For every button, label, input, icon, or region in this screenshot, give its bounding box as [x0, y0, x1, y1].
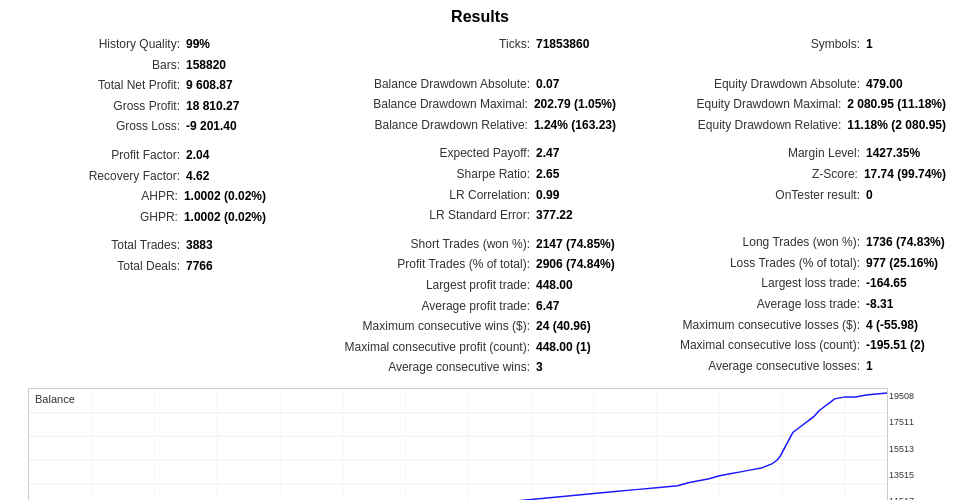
gross-loss-row: Gross Loss: -9 201.40 [10, 116, 270, 137]
y-axis-labels: 19508 17511 15513 13515 11517 9519 [889, 389, 929, 500]
y-label-4: 13515 [889, 470, 929, 480]
bd-absolute-row: Balance Drawdown Absolute: 0.07 [300, 74, 620, 95]
z-score-row: Z-Score: 17.74 (99.74%) [650, 164, 950, 185]
short-trades-row: Short Trades (won %): 2147 (74.85%) [300, 234, 620, 255]
y-label-5: 11517 [889, 496, 929, 500]
bd-relative-row: Balance Drawdown Relative: 1.24% (163.23… [300, 115, 620, 136]
col3: Symbols: 1 Equity Drawdown Absolute: 479… [650, 34, 950, 378]
ed-maximal-row: Equity Drawdown Maximal: 2 080.95 (11.18… [650, 94, 950, 115]
total-trades-row: Total Trades: 3883 [10, 235, 270, 256]
maximal-consec-profit-row: Maximal consecutive profit (count): 448.… [300, 337, 620, 358]
ticks-row: Ticks: 71853860 [300, 34, 620, 55]
chart-wrapper: Balance [18, 382, 942, 500]
loss-trades-row: Loss Trades (% of total): 977 (25.16%) [650, 253, 950, 274]
max-consec-losses-row: Maximum consecutive losses ($): 4 (-55.9… [650, 315, 950, 336]
lr-correlation-row: LR Correlation: 0.99 [300, 185, 620, 206]
avg-consec-wins-row: Average consecutive wins: 3 [300, 357, 620, 378]
bd-maximal-row: Balance Drawdown Maximal: 202.79 (1.05%) [300, 94, 620, 115]
y-label-2: 17511 [889, 417, 929, 427]
long-trades-row: Long Trades (won %): 1736 (74.83%) [650, 232, 950, 253]
recovery-factor-row: Recovery Factor: 4.62 [10, 166, 270, 187]
profit-trades-row: Profit Trades (% of total): 2906 (74.84%… [300, 254, 620, 275]
sharpe-ratio-row: Sharpe Ratio: 2.65 [300, 164, 620, 185]
chart-svg [29, 389, 887, 500]
ed-absolute-row: Equity Drawdown Absolute: 479.00 [650, 74, 950, 95]
avg-consec-losses-row: Average consecutive losses: 1 [650, 356, 950, 377]
col1: History Quality: 99% Bars: 158820 Total … [10, 34, 270, 378]
ahpr-row: AHPR: 1.0002 (0.02%) [10, 186, 270, 207]
gross-profit-row: Gross Profit: 18 810.27 [10, 96, 270, 117]
max-consec-wins-row: Maximum consecutive wins ($): 24 (40.96) [300, 316, 620, 337]
ghpr-row: GHPR: 1.0002 (0.02%) [10, 207, 270, 228]
page-title: Results [10, 8, 950, 26]
symbols-row: Symbols: 1 [650, 34, 950, 55]
stats-section: History Quality: 99% Bars: 158820 Total … [10, 34, 950, 378]
maximal-consec-loss-row: Maximal consecutive loss (count): -195.5… [650, 335, 950, 356]
ed-relative-row: Equity Drawdown Relative: 11.18% (2 080.… [650, 115, 950, 136]
history-quality-row: History Quality: 99% [10, 34, 270, 55]
lr-std-error-row: LR Standard Error: 377.22 [300, 205, 620, 226]
total-deals-row: Total Deals: 7766 [10, 256, 270, 277]
col2: Ticks: 71853860 Balance Drawdown Absolut… [300, 34, 620, 378]
total-net-profit-row: Total Net Profit: 9 608.87 [10, 75, 270, 96]
page: Results History Quality: 99% Bars: 15882… [0, 0, 960, 500]
margin-level-row: Margin Level: 1427.35% [650, 143, 950, 164]
expected-payoff-row: Expected Payoff: 2.47 [300, 143, 620, 164]
balance-chart: Balance [28, 388, 888, 500]
ontester-row: OnTester result: 0 [650, 185, 950, 206]
largest-loss-row: Largest loss trade: -164.65 [650, 273, 950, 294]
profit-factor-row: Profit Factor: 2.04 [10, 145, 270, 166]
avg-loss-row: Average loss trade: -8.31 [650, 294, 950, 315]
bars-row: Bars: 158820 [10, 55, 270, 76]
largest-profit-row: Largest profit trade: 448.00 [300, 275, 620, 296]
avg-profit-row: Average profit trade: 6.47 [300, 296, 620, 317]
y-label-3: 15513 [889, 444, 929, 454]
chart-label: Balance [35, 393, 75, 405]
y-label-1: 19508 [889, 391, 929, 401]
